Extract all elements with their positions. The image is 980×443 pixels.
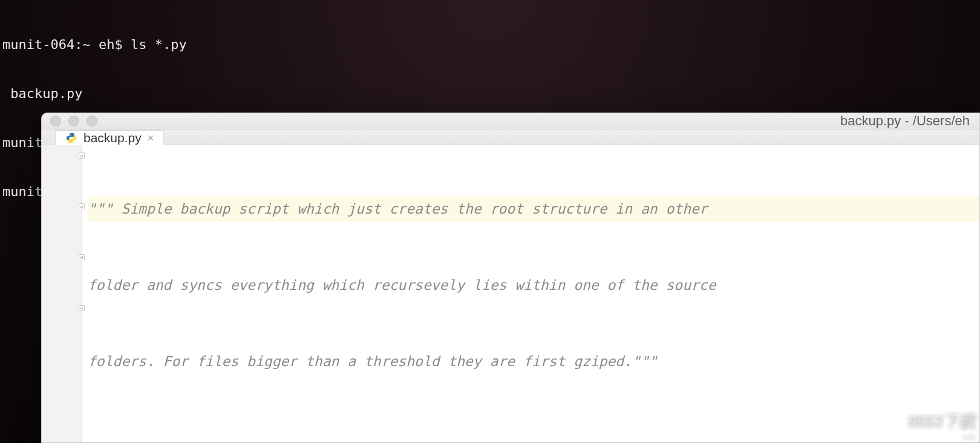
tab-label: backup.py <box>83 131 142 145</box>
tab-backup-py[interactable]: backup.py × <box>55 130 164 145</box>
window-title: backup.py - /Users/eh <box>840 113 971 129</box>
window-titlebar: backup.py - /Users/eh <box>42 113 979 130</box>
code-line[interactable]: folders. For files bigger than a thresho… <box>88 349 979 374</box>
close-window-button[interactable] <box>50 116 61 126</box>
close-tab-button[interactable]: × <box>148 132 154 145</box>
code-editor[interactable]: """ Simple backup script which just crea… <box>42 145 979 443</box>
fold-toggle-icon[interactable] <box>79 305 85 311</box>
svg-point-0 <box>69 134 70 136</box>
code-line[interactable] <box>88 425 979 443</box>
token-docstring: """ <box>88 201 121 217</box>
token-docstring: folder and syncs everything which recurs… <box>88 277 716 293</box>
code-line[interactable]: """ Simple backup script which just crea… <box>88 196 979 221</box>
code-area[interactable]: """ Simple backup script which just crea… <box>82 145 979 443</box>
python-file-icon <box>65 132 77 144</box>
fold-expand-icon[interactable] <box>79 254 85 260</box>
window-controls <box>50 116 97 126</box>
ide-window: backup.py - /Users/eh backup.py × <box>41 113 980 443</box>
gutter <box>42 145 82 443</box>
terminal-output: backup.py <box>2 85 82 102</box>
code-line[interactable]: folder and syncs everything which recurs… <box>88 272 979 298</box>
fold-toggle-icon[interactable] <box>79 153 85 159</box>
token-docstring: folders. For files bigger than a thresho… <box>88 353 632 369</box>
token-docstring: Simple backup script which just creates … <box>121 201 707 217</box>
svg-point-1 <box>73 141 74 142</box>
minimize-window-button[interactable] <box>68 116 79 126</box>
terminal-line: munit-064:~ eh$ ls *.py <box>2 36 978 53</box>
terminal-prompt: munit-064:~ eh$ <box>2 36 131 53</box>
terminal-line: backup.py <box>2 85 978 102</box>
fold-toggle-icon[interactable] <box>79 203 85 209</box>
terminal-command: ls *.py <box>131 36 187 53</box>
token-docstring: """ <box>632 353 658 369</box>
editor-tabs: backup.py × <box>42 130 979 145</box>
zoom-window-button[interactable] <box>87 116 97 126</box>
